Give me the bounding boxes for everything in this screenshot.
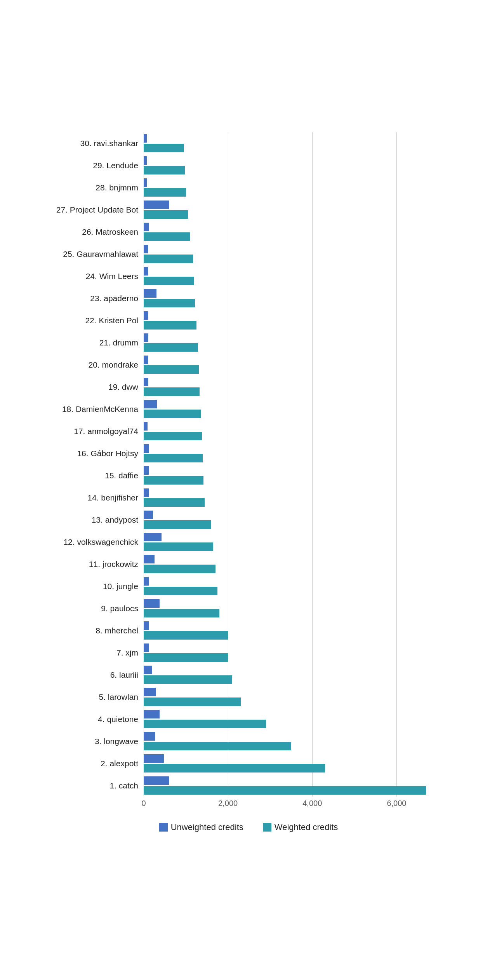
- bar-unweighted: [144, 245, 148, 253]
- chart-legend: Unweighted credits Weighted credits: [43, 822, 454, 832]
- x-axis-tick: 4,000: [302, 799, 322, 808]
- bar-unweighted: [144, 710, 160, 718]
- bar-unweighted: [144, 178, 147, 187]
- bars-wrapper: [144, 444, 203, 462]
- bars-wrapper: [144, 732, 291, 750]
- bar-unweighted: [144, 577, 149, 586]
- bars-wrapper: [144, 267, 194, 285]
- bar-unweighted: [144, 488, 149, 497]
- row-label: 17. anmolgoyal74: [43, 427, 144, 436]
- row-label: 9. paulocs: [43, 604, 144, 613]
- bar-weighted: [144, 498, 205, 507]
- bar-unweighted: [144, 754, 164, 763]
- bars-wrapper: [144, 333, 198, 352]
- bar-unweighted: [144, 688, 156, 696]
- row-group: 17. anmolgoyal74: [43, 420, 454, 442]
- bars-wrapper: [144, 754, 325, 772]
- bar-unweighted: [144, 378, 148, 386]
- bars-wrapper: [144, 666, 232, 684]
- row-group: 12. volkswagenchick: [43, 531, 454, 553]
- bars-wrapper: [144, 311, 196, 330]
- row-label: 29. Lendude: [43, 161, 144, 170]
- legend-weighted: Weighted credits: [263, 822, 338, 832]
- bars-wrapper: [144, 400, 201, 418]
- bar-weighted: [144, 299, 195, 307]
- row-label: 28. bnjmnm: [43, 183, 144, 192]
- bar-unweighted: [144, 621, 149, 630]
- row-label: 23. apaderno: [43, 294, 144, 303]
- row-label: 11. jrockowitz: [43, 560, 144, 569]
- row-group: 14. benjifisher: [43, 487, 454, 509]
- bar-unweighted: [144, 311, 148, 320]
- bars-wrapper: [144, 710, 266, 728]
- bars-wrapper: [144, 356, 199, 374]
- legend-weighted-label: Weighted credits: [275, 822, 338, 832]
- row-group: 10. jungle: [43, 575, 454, 597]
- bar-unweighted: [144, 643, 149, 652]
- bar-weighted: [144, 698, 241, 706]
- x-axis-tick: 2,000: [218, 799, 238, 808]
- bar-weighted: [144, 387, 200, 396]
- row-label: 4. quietone: [43, 715, 144, 724]
- bar-weighted: [144, 232, 190, 241]
- bar-unweighted: [144, 156, 147, 165]
- row-label: 12. volkswagenchick: [43, 537, 144, 547]
- x-axis-tick: 0: [141, 799, 146, 808]
- bar-weighted: [144, 764, 325, 772]
- row-label: 25. Gauravmahlawat: [43, 249, 144, 259]
- bar-unweighted: [144, 555, 155, 563]
- row-label: 19. dww: [43, 382, 144, 392]
- row-label: 22. Kristen Pol: [43, 316, 144, 325]
- bar-weighted: [144, 144, 184, 152]
- row-label: 15. daffie: [43, 471, 144, 480]
- row-group: 25. Gauravmahlawat: [43, 243, 454, 265]
- chart-container: 30. ravi.shankar29. Lendude28. bnjmnm27.…: [35, 117, 462, 863]
- bar-weighted: [144, 675, 232, 684]
- bars-wrapper: [144, 422, 202, 440]
- bars-wrapper: [144, 688, 241, 706]
- bar-weighted: [144, 609, 219, 617]
- row-label: 8. mherchel: [43, 626, 144, 635]
- row-label: 21. drumm: [43, 338, 144, 347]
- bar-weighted: [144, 321, 196, 330]
- bars-wrapper: [144, 466, 203, 485]
- bar-weighted: [144, 410, 201, 418]
- row-label: 24. Wim Leers: [43, 272, 144, 281]
- bars-wrapper: [144, 156, 185, 174]
- bars-wrapper: [144, 621, 228, 640]
- bars-wrapper: [144, 201, 188, 219]
- bar-unweighted: [144, 732, 155, 741]
- bar-weighted: [144, 476, 203, 485]
- bars-wrapper: [144, 533, 213, 551]
- bar-weighted: [144, 454, 203, 462]
- row-label: 3. longwave: [43, 737, 144, 746]
- row-group: 11. jrockowitz: [43, 553, 454, 575]
- bar-unweighted: [144, 511, 153, 519]
- full-chart: 30. ravi.shankar29. Lendude28. bnjmnm27.…: [43, 132, 454, 797]
- bar-unweighted: [144, 666, 152, 674]
- row-group: 5. larowlan: [43, 686, 454, 708]
- bar-unweighted: [144, 466, 149, 475]
- bar-unweighted: [144, 289, 156, 298]
- bar-weighted: [144, 210, 188, 219]
- bar-weighted: [144, 520, 211, 529]
- bar-unweighted: [144, 599, 160, 608]
- bar-unweighted: [144, 422, 148, 431]
- row-group: 28. bnjmnm: [43, 176, 454, 199]
- bar-unweighted: [144, 333, 148, 342]
- bar-weighted: [144, 587, 217, 595]
- row-group: 30. ravi.shankar: [43, 132, 454, 154]
- row-label: 13. andypost: [43, 515, 144, 525]
- row-group: 8. mherchel: [43, 619, 454, 642]
- row-group: 22. Kristen Pol: [43, 309, 454, 331]
- bar-unweighted: [144, 267, 148, 276]
- bar-weighted: [144, 188, 186, 197]
- row-group: 4. quietone: [43, 708, 454, 730]
- bar-weighted: [144, 166, 185, 174]
- row-group: 29. Lendude: [43, 154, 454, 176]
- bars-wrapper: [144, 289, 195, 307]
- bars-wrapper: [144, 577, 217, 595]
- row-group: 7. xjm: [43, 642, 454, 664]
- bar-unweighted: [144, 223, 149, 231]
- row-label: 2. alexpott: [43, 759, 144, 768]
